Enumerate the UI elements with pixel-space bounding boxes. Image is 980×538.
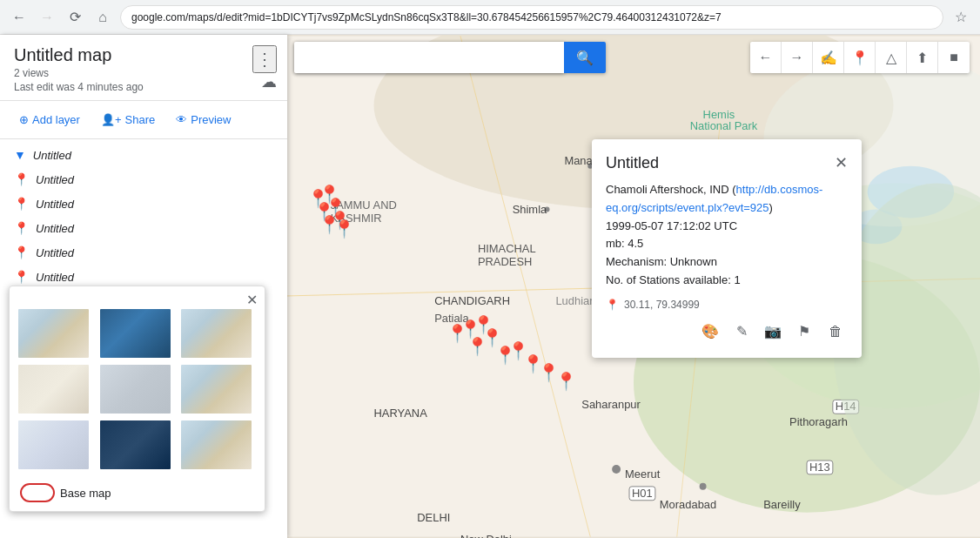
layer-pin-icon: ▼ bbox=[14, 148, 26, 162]
layer-name: Untitled bbox=[33, 149, 71, 162]
svg-text:DELHI: DELHI bbox=[417, 511, 450, 524]
basemap-panel: ✕ Base map bbox=[9, 286, 265, 512]
cloud-save-icon: ☁ bbox=[261, 72, 277, 91]
coords-pin-icon: 📍 bbox=[606, 299, 619, 311]
add-layer-icon: ⊕ bbox=[19, 113, 29, 126]
address-bar[interactable]: google.com/maps/d/edit?mid=1bDICYTj7vs9Z… bbox=[120, 5, 943, 30]
basemap-thumb-8[interactable] bbox=[98, 419, 172, 471]
basemap-thumb-7[interactable] bbox=[17, 419, 91, 471]
basemap-thumb-3[interactable] bbox=[179, 307, 253, 360]
popup-coords: 📍 30.11, 79.34999 bbox=[606, 299, 848, 311]
basemap-thumb-6[interactable] bbox=[179, 363, 253, 415]
layer-name: Untitled bbox=[36, 198, 74, 211]
search-icon: 🔍 bbox=[576, 50, 594, 66]
photo-action-button[interactable]: 📷 bbox=[761, 319, 785, 344]
more-options-button[interactable]: ⋮ bbox=[252, 45, 277, 73]
coords-text: 30.11, 79.34999 bbox=[624, 299, 700, 311]
search-bar-container: 🔍 bbox=[294, 42, 606, 73]
sidebar: Untitled map 2 views Last edit was 4 min… bbox=[0, 35, 287, 538]
map-pin[interactable]: 📍 bbox=[467, 336, 488, 357]
map-title: Untitled map bbox=[14, 45, 144, 65]
preview-label: Preview bbox=[191, 113, 231, 126]
undo-tool-button[interactable]: ← bbox=[750, 42, 782, 73]
svg-text:H01: H01 bbox=[632, 487, 653, 500]
add-layer-button[interactable]: ⊕ Add layer bbox=[10, 108, 89, 131]
svg-text:Meerut: Meerut bbox=[625, 467, 661, 481]
map-search-button[interactable]: 🔍 bbox=[564, 42, 606, 73]
layer-name: Untitled bbox=[36, 271, 74, 284]
svg-text:Shimla: Shimla bbox=[513, 203, 547, 216]
layer-item[interactable]: 📍 Untitled bbox=[0, 192, 287, 216]
delete-action-button[interactable]: 🗑 bbox=[823, 319, 848, 344]
basemap-grid bbox=[10, 286, 265, 478]
layer-pin-icon: 📍 bbox=[14, 221, 29, 235]
svg-text:New Delhi: New Delhi bbox=[460, 533, 512, 538]
reload-button[interactable]: ⟳ bbox=[64, 7, 85, 28]
map-search-input[interactable] bbox=[294, 42, 564, 73]
popup-location-text: Chamoli Aftershock, IND bbox=[606, 183, 729, 196]
map-area[interactable]: Manali Shimla CHANDIGARH Patiala Ludhian… bbox=[287, 35, 980, 538]
sidebar-actions: ⊕ Add layer 👤+ Share 👁 Preview bbox=[0, 101, 287, 139]
popup-date: 1999-05-07 17:12:02 UTC bbox=[606, 218, 848, 236]
map-tools-bar: ← → ✍ 📍 △ ⬆ ■ bbox=[750, 42, 970, 73]
popup-body: Chamoli Aftershock, IND (http://db.cosmo… bbox=[606, 181, 848, 290]
layer-name: Untitled bbox=[36, 222, 74, 235]
style-action-button[interactable]: 🎨 bbox=[698, 319, 722, 344]
preview-button[interactable]: 👁 Preview bbox=[167, 108, 239, 131]
svg-text:H13: H13 bbox=[809, 461, 830, 474]
measure-tool-button[interactable]: ■ bbox=[938, 42, 970, 73]
svg-text:PRADESH: PRADESH bbox=[478, 255, 532, 268]
layer-pin-icon: 📍 bbox=[14, 197, 29, 211]
layer-item[interactable]: 📍 Untitled bbox=[0, 167, 287, 192]
forward-button[interactable]: → bbox=[37, 7, 57, 28]
sidebar-title-row: Untitled map 2 views Last edit was 4 min… bbox=[14, 45, 277, 93]
svg-text:CHANDIGARH: CHANDIGARH bbox=[434, 294, 510, 307]
layer-name: Untitled bbox=[36, 173, 74, 186]
svg-text:Saharanpur: Saharanpur bbox=[581, 398, 641, 411]
map-pin[interactable]: 📍 bbox=[333, 219, 355, 239]
shape-tool-button[interactable]: △ bbox=[876, 42, 907, 73]
pan-tool-button[interactable]: ✍ bbox=[813, 42, 844, 73]
flag-action-button[interactable]: ⚑ bbox=[792, 319, 816, 344]
basemap-thumb-5[interactable] bbox=[98, 363, 172, 415]
popup-mb: mb: 4.5 bbox=[606, 235, 848, 253]
share-button[interactable]: 👤+ Share bbox=[92, 108, 164, 131]
marker-tool-button[interactable]: 📍 bbox=[844, 42, 876, 73]
svg-text:National Park: National Park bbox=[690, 119, 758, 132]
popup-stations: No. of Stations available: 1 bbox=[606, 272, 848, 290]
popup-close-paren: ) bbox=[769, 201, 773, 214]
popup-header: Untitled ✕ bbox=[606, 153, 848, 172]
svg-text:HIMACHAL: HIMACHAL bbox=[478, 242, 536, 255]
share-icon: 👤+ bbox=[101, 113, 122, 126]
basemap-close-button[interactable]: ✕ bbox=[246, 292, 258, 308]
basemap-footer: Base map bbox=[10, 478, 265, 511]
add-layer-label: Add layer bbox=[32, 113, 80, 126]
redo-tool-button[interactable]: → bbox=[782, 42, 813, 73]
popup-title: Untitled bbox=[606, 154, 659, 172]
basemap-thumb-9[interactable] bbox=[179, 419, 253, 471]
layer-pin-icon: 📍 bbox=[14, 172, 29, 186]
edit-action-button[interactable]: ✎ bbox=[729, 319, 754, 344]
svg-point-13 bbox=[700, 483, 707, 490]
layer-item[interactable]: 📍 Untitled bbox=[0, 216, 287, 240]
sidebar-title-group: Untitled map 2 views Last edit was 4 min… bbox=[14, 45, 144, 93]
direction-tool-button[interactable]: ⬆ bbox=[907, 42, 938, 73]
layer-pin-icon: 📍 bbox=[14, 270, 29, 284]
popup-close-button[interactable]: ✕ bbox=[835, 153, 848, 172]
popup-actions: 🎨 ✎ 📷 ⚑ 🗑 bbox=[606, 319, 848, 344]
layer-pin-icon: 📍 bbox=[14, 245, 29, 259]
bookmark-button[interactable]: ☆ bbox=[950, 7, 971, 28]
svg-text:HARYANA: HARYANA bbox=[374, 407, 428, 420]
basemap-thumb-4[interactable] bbox=[17, 363, 91, 415]
back-button[interactable]: ← bbox=[9, 7, 30, 28]
layer-item[interactable]: 📍 Untitled bbox=[0, 240, 287, 265]
basemap-thumb-1[interactable] bbox=[17, 307, 91, 360]
basemap-circle-indicator bbox=[20, 483, 55, 502]
popup-location: Chamoli Aftershock, IND (http://db.cosmo… bbox=[606, 181, 848, 218]
preview-icon: 👁 bbox=[176, 113, 187, 126]
map-pin[interactable]: 📍 bbox=[555, 371, 577, 392]
home-button[interactable]: ⌂ bbox=[92, 7, 113, 28]
basemap-thumb-2[interactable] bbox=[98, 307, 172, 360]
layer-item[interactable]: ▼ Untitled bbox=[0, 143, 287, 167]
url-text: google.com/maps/d/edit?mid=1bDICYTj7vs9Z… bbox=[131, 11, 722, 24]
